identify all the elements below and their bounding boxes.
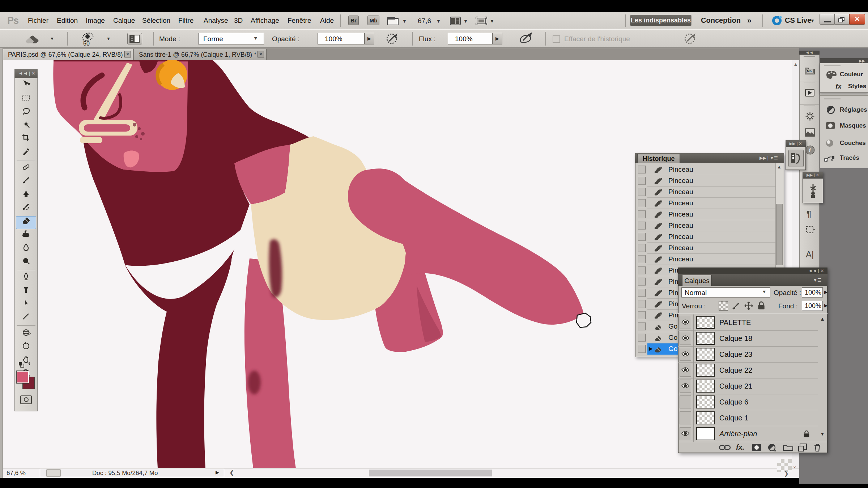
- svg-text:i: i: [809, 147, 811, 153]
- svg-text:Mb: Mb: [807, 69, 812, 73]
